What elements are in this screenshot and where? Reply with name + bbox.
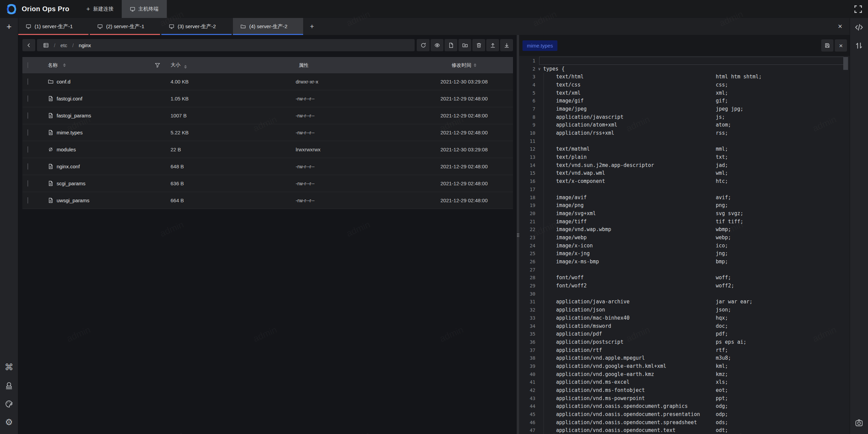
sftp-transfer-button[interactable]: [850, 36, 868, 55]
sort-size-icon[interactable]: [184, 65, 187, 69]
new-tab-button[interactable]: +: [304, 18, 319, 35]
code-line: 38application/vnd.apple.mpegurlm3u8;: [519, 354, 850, 362]
row-checkbox[interactable]: [27, 180, 28, 187]
code-text: application/mac-binhex40hqx;: [543, 315, 728, 321]
new-file-button[interactable]: [445, 39, 457, 51]
column-name[interactable]: 名称: [48, 62, 58, 69]
code-text: application/pdfpdf;: [543, 331, 728, 337]
session-tab-1[interactable]: (1) server-生产-1: [18, 18, 88, 35]
mime-type: image/x-icon: [556, 243, 716, 249]
table-row[interactable]: fastcgi.conf1.05 KB-rw-r--r--2021-12-29 …: [22, 90, 513, 107]
close-all-tabs-icon[interactable]: ×: [835, 22, 845, 31]
panel-divider[interactable]: [517, 35, 519, 434]
table-row[interactable]: uwsgi_params664 B-rw-r--r--2021-12-29 02…: [22, 192, 513, 209]
file-name-cell: modules: [43, 147, 171, 152]
file-mtime: 2021-12-29 02:48:00: [440, 96, 513, 101]
code-text: application/vnd.oasis.opendocument.graph…: [543, 403, 728, 409]
back-button[interactable]: [22, 39, 35, 51]
code-text: application/vnd.ms-fontobjecteot;: [543, 387, 728, 393]
row-checkbox[interactable]: [27, 95, 28, 102]
upload-button[interactable]: [486, 39, 499, 51]
table-row[interactable]: scgi_params636 B-rw-r--r--2021-12-29 02:…: [22, 175, 513, 192]
filter-icon[interactable]: [155, 62, 160, 68]
session-tab-2[interactable]: (2) server-生产-1: [90, 18, 160, 35]
mime-extensions: webp;: [716, 234, 731, 241]
code-text: image/webpwebp;: [543, 234, 731, 241]
code-line: 23image/webpwebp;: [519, 233, 850, 242]
column-size[interactable]: 大小: [171, 62, 180, 68]
command-snippets-button[interactable]: [850, 18, 868, 36]
breadcrumb-segment[interactable]: etc: [60, 42, 67, 48]
preview-hidden-button[interactable]: [431, 39, 443, 51]
table-row[interactable]: conf.d4.00 KBdrwxr-xr-x2021-12-30 03:29:…: [22, 73, 513, 90]
row-checkbox[interactable]: [27, 163, 28, 170]
code-icon: [855, 23, 863, 32]
mime-type: application/vnd.google-earth.kml+xml: [556, 363, 716, 369]
menu-item-new-connection[interactable]: +新建连接: [78, 0, 122, 18]
fullscreen-icon[interactable]: [854, 5, 863, 14]
sort-mtime-icon[interactable]: [474, 63, 476, 67]
line-number: 30: [519, 291, 535, 297]
row-checkbox[interactable]: [27, 146, 28, 153]
monitor-icon: [97, 24, 103, 29]
save-button[interactable]: [821, 39, 833, 52]
code-text: application/vnd.oasis.opendocument.sprea…: [543, 419, 728, 426]
download-button[interactable]: [500, 39, 513, 51]
line-number: 35: [519, 331, 535, 337]
mime-type: text/css: [556, 82, 716, 88]
shortcut-keys-button[interactable]: ⌘: [5, 358, 14, 376]
column-mtime[interactable]: 修改时间: [452, 62, 471, 69]
divider-grip-icon[interactable]: [517, 233, 519, 237]
row-checkbox[interactable]: [27, 197, 28, 204]
row-checkbox[interactable]: [27, 78, 28, 85]
identity-button[interactable]: [5, 376, 14, 395]
new-folder-button[interactable]: [458, 39, 471, 51]
code-text: font/woffwoff;: [543, 275, 731, 281]
line-number: 14: [519, 163, 535, 168]
theme-button[interactable]: [5, 395, 14, 413]
line-number: 21: [519, 219, 535, 224]
row-checkbox[interactable]: [27, 112, 28, 119]
screenshot-button[interactable]: [850, 414, 868, 432]
table-row[interactable]: modules22 Blrwxrwxrwx2021-12-30 03:29:08: [22, 141, 513, 158]
code-line: 44application/vnd.oasis.opendocument.gra…: [519, 402, 850, 411]
file-attrs: -rw-r--r--: [296, 96, 440, 101]
folder-icon: [48, 79, 54, 84]
mime-type: text/html: [556, 74, 716, 80]
select-all-checkbox[interactable]: [27, 62, 28, 68]
mime-type: text/vnd.sun.j2me.app-descriptor: [556, 162, 716, 168]
breadcrumb[interactable]: /etc/nginx: [37, 39, 415, 51]
editor-scrollbar-thumb[interactable]: [843, 57, 848, 70]
menu-item-host-terminal[interactable]: 主机终端: [122, 0, 167, 18]
palette-icon: [5, 400, 13, 408]
fold-toggle-icon[interactable]: ∨: [535, 67, 543, 71]
code-text: text/htmlhtml htm shtml;: [543, 74, 762, 80]
mime-extensions: rss;: [716, 130, 728, 136]
code-line: 33application/mac-binhex40hqx;: [519, 314, 850, 322]
mime-extensions: odt;: [716, 427, 728, 433]
close-editor-button[interactable]: ×: [835, 39, 847, 52]
row-checkbox[interactable]: [27, 129, 28, 136]
new-session-button[interactable]: +: [6, 22, 12, 31]
code-text: image/pngpng;: [543, 202, 728, 208]
tab-status-underline: [90, 34, 160, 35]
line-number: 13: [519, 154, 535, 160]
mime-extensions: wml;: [716, 170, 728, 176]
code-text: text/x-componenthtc;: [543, 178, 728, 184]
code-area[interactable]: 12∨types {3text/htmlhtml htm shtml;4text…: [519, 56, 850, 434]
refresh-button[interactable]: [417, 39, 430, 51]
delete-button[interactable]: [472, 39, 485, 51]
session-tab-3[interactable]: (3) server-生产-2: [161, 18, 232, 35]
file-name-cell: fastcgi_params: [43, 113, 171, 118]
file-name-cell: fastcgi.conf: [43, 96, 171, 101]
table-row[interactable]: mime.types5.22 KB-rw-r--r--2021-12-29 02…: [22, 124, 513, 141]
session-tab-4[interactable]: (4) server-生产-2: [233, 18, 303, 35]
editor-file-tab[interactable]: mime.types: [522, 40, 557, 51]
breadcrumb-segment[interactable]: nginx: [79, 42, 91, 48]
settings-button[interactable]: ⚙: [5, 413, 14, 431]
sort-name-icon[interactable]: [63, 63, 66, 67]
line-number: 27: [519, 267, 535, 272]
line-number: 41: [519, 379, 535, 385]
table-row[interactable]: nginx.conf648 B-rw-r--r--2021-12-29 02:4…: [22, 158, 513, 175]
table-row[interactable]: fastcgi_params1007 B-rw-r--r--2021-12-29…: [22, 107, 513, 124]
